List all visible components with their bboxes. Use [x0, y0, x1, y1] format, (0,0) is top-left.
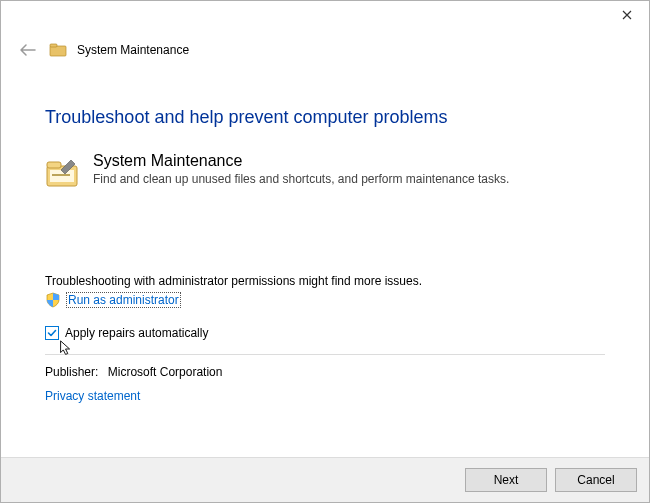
troubleshooter-window: System Maintenance Troubleshoot and help… — [0, 0, 650, 503]
maintenance-small-icon — [49, 41, 67, 59]
maintenance-large-icon — [45, 156, 79, 190]
admin-hint: Troubleshooting with administrator permi… — [45, 274, 605, 288]
page-title: Troubleshoot and help prevent computer p… — [45, 107, 605, 128]
footer: Next Cancel — [1, 457, 649, 502]
close-icon — [622, 10, 632, 20]
header-title: System Maintenance — [77, 43, 189, 57]
apply-repairs-row: Apply repairs automatically — [45, 326, 605, 340]
content-area: Troubleshoot and help prevent computer p… — [1, 71, 649, 457]
titlebar — [1, 1, 649, 37]
shield-icon — [45, 292, 61, 308]
apply-repairs-label: Apply repairs automatically — [65, 326, 208, 340]
back-arrow-icon — [19, 43, 37, 57]
section-title: System Maintenance — [93, 152, 509, 170]
header: System Maintenance — [1, 37, 649, 71]
cursor-icon — [59, 340, 73, 358]
svg-rect-3 — [47, 162, 61, 168]
publisher-label: Publisher: — [45, 365, 98, 379]
svg-rect-5 — [52, 174, 70, 176]
close-button[interactable] — [605, 1, 649, 29]
admin-area: Troubleshooting with administrator permi… — [45, 274, 605, 308]
svg-rect-0 — [50, 46, 66, 56]
privacy-link[interactable]: Privacy statement — [45, 389, 140, 403]
run-as-admin-link[interactable]: Run as administrator — [67, 293, 180, 307]
divider — [45, 354, 605, 355]
checkmark-icon — [47, 328, 57, 338]
publisher-value: Microsoft Corporation — [108, 365, 223, 379]
privacy-row: Privacy statement — [45, 389, 605, 403]
back-button[interactable] — [17, 39, 39, 61]
troubleshooter-section: System Maintenance Find and clean up unu… — [45, 152, 605, 190]
section-description: Find and clean up unused files and short… — [93, 172, 509, 186]
svg-rect-1 — [50, 44, 57, 47]
publisher-row: Publisher: Microsoft Corporation — [45, 365, 605, 379]
apply-repairs-checkbox[interactable] — [45, 326, 59, 340]
cancel-button[interactable]: Cancel — [555, 468, 637, 492]
next-button[interactable]: Next — [465, 468, 547, 492]
